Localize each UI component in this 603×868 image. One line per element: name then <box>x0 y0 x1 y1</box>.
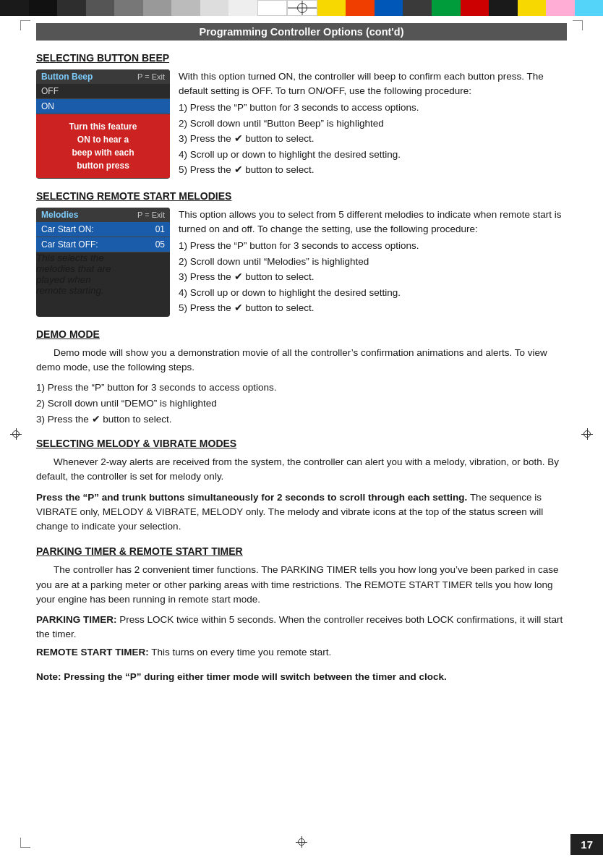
color-bar <box>0 0 603 16</box>
melody-vibrate-title: SELECTING MELODY & VIBRATE MODES <box>36 438 567 449</box>
mel-header: Melodies P = Exit <box>36 208 170 222</box>
color-swatch-10 <box>257 0 288 16</box>
color-swatch-darkgray <box>403 0 432 16</box>
color-swatch-2 <box>29 0 58 16</box>
parking-timer-note: Note: Pressing the “P” during either tim… <box>36 670 567 684</box>
demo-mode-description: Demo mode will show you a demonstration … <box>36 346 567 375</box>
mel-label: Melodies <box>41 210 78 220</box>
button-beep-title: SELECTING BUTTON BEEP <box>36 52 567 64</box>
reg-mark-bottom <box>296 836 307 848</box>
parking-timer-title: PARKING TIMER & REMOTE START TIMER <box>36 545 567 557</box>
demo-mode-title: DEMO MODE <box>36 328 567 340</box>
color-swatch-reg <box>287 0 317 16</box>
color-swatch-9 <box>228 0 257 16</box>
melody-vibrate-detail: Press the “P” and trunk buttons simultan… <box>36 490 567 535</box>
color-swatch-cyan <box>575 0 603 16</box>
section-header-bar: Programming Controller Options (cont'd) <box>36 23 567 41</box>
melody-vibrate-intro: Whenever 2-way alerts are received from … <box>36 455 567 485</box>
page-number: 17 <box>570 834 603 855</box>
color-swatch-yellow2 <box>518 0 547 16</box>
color-swatch-8 <box>200 0 229 16</box>
mel-promo-text: This selects the melodies that are playe… <box>36 252 170 296</box>
color-swatch-orange <box>346 0 375 16</box>
button-beep-section: Button Beep P = Exit OFF ON Turn this fe… <box>36 69 567 179</box>
mel-row1: Car Start ON: 01 <box>36 222 170 237</box>
parking-timer-intro: The controller has 2 convenient timer fu… <box>36 563 567 607</box>
corner-mark-tl <box>20 20 30 30</box>
melodies-title: SELECTING REMOTE START MELODIES <box>36 190 567 202</box>
section-header-title: Programming Controller Options (cont'd) <box>200 26 404 38</box>
color-swatch-5 <box>114 0 143 16</box>
color-swatch-green <box>432 0 461 16</box>
ctrl-promo-text: Turn this feature ON to hear a beep with… <box>36 114 170 178</box>
demo-mode-steps: 1) Press the “P” button for 3 seconds to… <box>36 380 567 426</box>
color-swatch-blue <box>375 0 403 16</box>
melodies-steps: 1) Press the “P” button for 3 seconds to… <box>179 239 567 315</box>
reg-mark-left <box>10 428 22 440</box>
button-beep-steps: 1) Press the “P” button for 3 seconds to… <box>179 101 567 177</box>
corner-mark-tr <box>573 20 583 30</box>
melody-panel: Melodies P = Exit Car Start ON: 01 Car S… <box>36 208 170 317</box>
ctrl-off-row: OFF <box>36 84 170 99</box>
color-swatch-4 <box>86 0 115 16</box>
ctrl-header: Button Beep P = Exit <box>36 69 170 84</box>
color-swatch-yellow <box>317 0 346 16</box>
color-swatch-1 <box>0 0 29 16</box>
main-content: Programming Controller Options (cont'd) … <box>0 16 603 705</box>
color-swatch-7 <box>171 0 200 16</box>
reg-mark-right <box>581 428 593 440</box>
ctrl-on-row: ON <box>36 99 170 114</box>
button-beep-panel: Button Beep P = Exit OFF ON Turn this fe… <box>36 69 170 179</box>
remote-start-timer-detail: REMOTE START TIMER: This turns on every … <box>36 645 567 660</box>
melodies-section: Melodies P = Exit Car Start ON: 01 Car S… <box>36 208 567 317</box>
ctrl-pexit: P = Exit <box>137 72 165 81</box>
color-swatch-pink <box>546 0 575 16</box>
color-swatch-red <box>461 0 489 16</box>
mel-pexit: P = Exit <box>137 210 165 219</box>
mel-row2: Car Start OFF: 05 <box>36 237 170 252</box>
melodies-description: This option allows you to select from 5 … <box>179 208 567 317</box>
color-swatch-3 <box>57 0 86 16</box>
color-swatch-black2 <box>489 0 518 16</box>
button-beep-description: With this option turned ON, the controll… <box>179 69 567 179</box>
ctrl-label: Button Beep <box>41 72 93 82</box>
color-swatch-6 <box>143 0 172 16</box>
parking-timer-detail: PARKING TIMER: Press LOCK twice within 5… <box>36 613 567 642</box>
corner-mark-bl <box>20 838 30 848</box>
